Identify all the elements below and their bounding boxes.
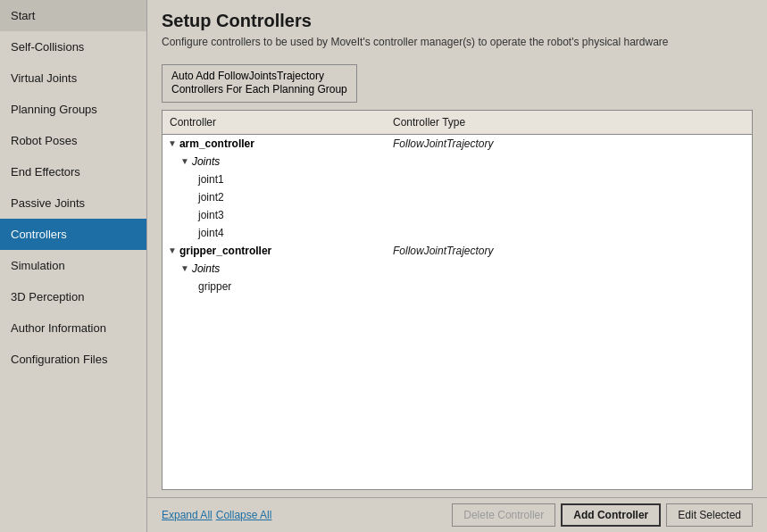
table-row[interactable]: joint2 — [163, 188, 752, 206]
table-row[interactable]: joint3 — [163, 206, 752, 224]
auto-add-button[interactable]: Auto Add FollowJointsTrajectoryControlle… — [162, 64, 357, 103]
expand-icon: ▼ — [180, 263, 189, 273]
table-row[interactable]: joint1 — [163, 170, 752, 188]
panel-body: Auto Add FollowJointsTrajectoryControlle… — [147, 57, 767, 497]
footer-buttons: Delete Controller Add Controller Edit Se… — [452, 503, 753, 527]
expand-icon: ▼ — [180, 156, 189, 166]
delete-controller-button[interactable]: Delete Controller — [452, 503, 555, 527]
sidebar-item-virtual-joints[interactable]: Virtual Joints — [0, 62, 146, 94]
add-controller-button[interactable]: Add Controller — [561, 503, 661, 527]
sidebar-item-end-effectors[interactable]: End Effectors — [0, 156, 146, 187]
table-body: ▼ arm_controller FollowJointTrajectory ▼ — [163, 135, 752, 489]
sidebar-item-controllers[interactable]: Controllers — [0, 219, 146, 250]
table-header: Controller Controller Type — [163, 111, 752, 135]
sidebar-item-self-collisions[interactable]: Self-Collisions — [0, 31, 146, 62]
collapse-all-link[interactable]: Collapse All — [216, 509, 272, 521]
main-content: Start Self-Collisions Virtual Joints Pla… — [0, 0, 767, 532]
sidebar-item-simulation[interactable]: Simulation — [0, 250, 146, 281]
table-row[interactable]: gripper — [163, 278, 752, 295]
expand-icon: ▼ — [168, 138, 177, 148]
page-title: Setup Controllers — [162, 11, 753, 31]
expand-all-link[interactable]: Expand All — [162, 509, 213, 521]
sidebar: Start Self-Collisions Virtual Joints Pla… — [0, 0, 147, 532]
sidebar-item-passive-joints[interactable]: Passive Joints — [0, 187, 146, 219]
sidebar-item-author-information[interactable]: Author Information — [0, 312, 146, 344]
table-row[interactable]: ▼ Joints — [163, 153, 752, 170]
controllers-table: Controller Controller Type ▼ arm_control… — [162, 110, 753, 490]
panel-footer: Expand All Collapse All Delete Controlle… — [147, 497, 767, 532]
column-controller-type: Controller Type — [386, 113, 472, 131]
expand-icon: ▼ — [168, 245, 177, 255]
table-row[interactable]: joint4 — [163, 224, 752, 242]
app-window: Start Self-Collisions Virtual Joints Pla… — [0, 0, 767, 532]
sidebar-item-start[interactable]: Start — [0, 0, 146, 31]
footer-links: Expand All Collapse All — [162, 509, 275, 521]
sidebar-item-planning-groups[interactable]: Planning Groups — [0, 94, 146, 125]
table-row[interactable]: ▼ arm_controller FollowJointTrajectory — [163, 135, 752, 153]
table-row[interactable]: ▼ gripper_controller FollowJointTrajecto… — [163, 242, 752, 260]
sidebar-item-3d-perception[interactable]: 3D Perception — [0, 281, 146, 312]
main-panel: Setup Controllers Configure controllers … — [147, 0, 767, 532]
sidebar-item-configuration-files[interactable]: Configuration Files — [0, 344, 146, 375]
panel-header: Setup Controllers Configure controllers … — [147, 0, 767, 57]
table-row[interactable]: ▼ Joints — [163, 260, 752, 278]
sidebar-item-robot-poses[interactable]: Robot Poses — [0, 125, 146, 156]
edit-selected-button[interactable]: Edit Selected — [666, 503, 753, 527]
column-controller: Controller — [163, 113, 386, 131]
page-description: Configure controllers to be used by Move… — [162, 35, 753, 50]
